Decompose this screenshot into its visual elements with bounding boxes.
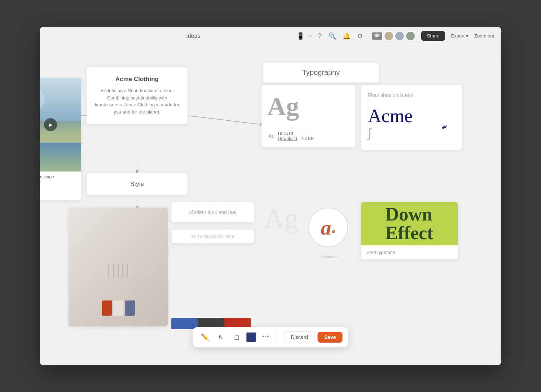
drawing-toolbar: ✏️ ↖ ◻ 〰 Discard Save [193,327,348,347]
serif-footer: Serif typeface [361,245,458,259]
toolbar-divider [276,333,277,342]
squiggle-tool-icon: 〰 [262,334,269,341]
pen-tool-button[interactable]: ✏️ [198,331,211,344]
download-link[interactable]: Download [278,136,297,141]
style-card: Style [87,173,188,195]
play-button[interactable]: ▶ [44,118,57,131]
eraser-tool-button[interactable]: ◻ [230,331,243,344]
export-button[interactable]: Export ▾ [451,33,469,39]
font-sample-dot: . [331,218,335,236]
landscape-size: ~ 28.3 MB [40,179,78,184]
zoom-out-button[interactable]: Zoom out [474,33,494,39]
typography-title: Typography [270,68,371,77]
clothing-card [69,208,168,326]
font-name: Ultra.ttf [278,131,313,136]
page-title: Ideas [186,33,200,39]
pen-tool-icon: ✏️ [201,333,209,341]
share-button[interactable]: Share [421,31,445,41]
font-aa-label: Aa [267,133,275,139]
topbar-icons: 📱 0 ? 🔍 🔔 ⚙ [296,32,363,40]
landscape-image: ▶ [40,78,81,172]
flourishes-label: Flourishes on letters [368,92,454,98]
font-samples-area: Ag a . character [261,197,355,262]
font-meta: Aa Ultra.ttf Download – 53 KB [267,127,349,141]
avatar-3 [405,31,415,41]
add-description-card: Add a description here [171,229,254,244]
acme-card: Acme Clothing Redefining a Scandinavian … [87,67,188,124]
font-char-label: character [321,254,338,259]
avatar-2 [395,31,405,41]
font-sample-circle: a . [308,208,348,247]
notif-count: 0 [309,34,312,38]
serif-card: DownEffect Serif typeface [361,202,458,259]
style-title: Style [94,181,180,188]
modern-label: Modern look and feel [179,209,247,215]
clothing-image [69,208,168,326]
font-sample-a-letter: a [321,215,331,240]
color-picker[interactable] [246,332,256,342]
font-size: – 53 KB [298,136,314,141]
avatar-group: 👁 [371,31,415,41]
avatar-1 [384,31,394,41]
select-tool-icon: ↖ [218,333,224,341]
flourishes-card: Flourishes on letters Acme ✒ ∫ [361,85,462,150]
bell-icon[interactable]: 🔔 [343,32,351,40]
view-icon: 👁 [371,32,383,40]
add-placeholder: Add a description here [179,234,247,239]
typography-label-card: Typography [263,63,379,83]
phone-icon[interactable]: 📱 [296,32,304,40]
titlebar-actions: 📱 0 ? 🔍 🔔 ⚙ 👁 Share Export ▾ Zoom out [296,31,494,41]
help-icon[interactable]: ? [318,32,322,40]
acme-description: Redefining a Scandinavian fashion. Combi… [94,87,180,115]
settings-icon[interactable]: ⚙ [357,32,363,40]
serif-image: DownEffect [361,202,458,245]
select-tool-button[interactable]: ↖ [214,331,227,344]
serif-display-text: DownEffect [381,204,438,244]
chevron-down-icon: ▾ [466,33,469,39]
landscape-title: avian landscape [40,174,78,179]
swatch-blue [171,318,198,329]
canvas: ▶ avian landscape ~ 28.3 MB Acme Clothin… [40,45,501,365]
serif-label: Serif typeface [366,250,395,255]
landscape-footer: avian landscape ~ 28.3 MB [40,172,81,187]
acme-title: Acme Clothing [94,76,180,83]
search-icon[interactable]: 🔍 [328,32,336,40]
font-download-info: Download – 53 KB [278,136,313,141]
svg-line-1 [188,116,263,125]
modern-card: Modern look and feel [171,202,254,222]
font-sample-ag: Ag [263,202,299,235]
eraser-tool-icon: ◻ [234,333,239,341]
squiggle-tool-button[interactable]: 〰 [259,331,272,344]
save-button[interactable]: Save [318,332,343,343]
discard-button[interactable]: Discard [284,331,315,343]
font-card: Ag Aa Ultra.ttf Download – 53 KB [261,85,355,147]
landscape-card: ▶ avian landscape ~ 28.3 MB [40,78,81,200]
font-display: Ag [267,91,349,122]
titlebar: Ideas 📱 0 ? 🔍 🔔 ⚙ 👁 Share Export ▾ Zoo [40,27,501,45]
